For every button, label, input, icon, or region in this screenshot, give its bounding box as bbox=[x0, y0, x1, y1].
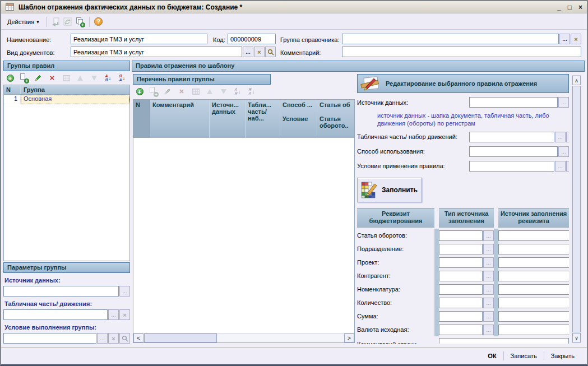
fill-source-input[interactable] bbox=[498, 230, 569, 241]
doc-kind-input[interactable] bbox=[71, 47, 242, 57]
fill-source-input[interactable] bbox=[498, 244, 569, 254]
add-icon[interactable]: + bbox=[4, 72, 16, 84]
group-condition-input[interactable] bbox=[3, 333, 96, 344]
edit-icon[interactable] bbox=[162, 86, 173, 97]
source-type-input[interactable] bbox=[439, 230, 483, 241]
move-down-icon[interactable] bbox=[218, 86, 229, 97]
source-type-input[interactable] bbox=[439, 257, 483, 268]
delete-icon[interactable]: × bbox=[176, 86, 187, 97]
fill-palette-icon bbox=[360, 180, 379, 200]
source-type-input[interactable] bbox=[439, 298, 483, 308]
fill-source-input[interactable] bbox=[498, 271, 569, 281]
rule-condition-input[interactable] bbox=[469, 161, 554, 172]
table-row[interactable]: 1 Основная bbox=[4, 95, 129, 104]
save-button[interactable]: Записать bbox=[504, 350, 544, 362]
clear-button[interactable]: × bbox=[566, 161, 569, 172]
reread-icon[interactable] bbox=[50, 16, 61, 27]
source-type-input[interactable] bbox=[439, 325, 483, 335]
ok-button[interactable]: ОК bbox=[481, 350, 503, 362]
sort-asc-icon[interactable]: АЯ↓ bbox=[103, 72, 114, 84]
select-button[interactable]: ... bbox=[483, 311, 494, 322]
fill-source-input[interactable] bbox=[498, 311, 569, 322]
select-button[interactable]: ... bbox=[483, 271, 494, 281]
source-type-input[interactable] bbox=[439, 311, 483, 322]
vertical-scrollbar: ∧ ∨ bbox=[572, 75, 581, 343]
copy-add-icon[interactable]: + bbox=[18, 72, 30, 84]
scroll-left-button[interactable]: < bbox=[133, 333, 143, 342]
scroll-up-button[interactable]: ∧ bbox=[572, 76, 581, 85]
source-type-input[interactable] bbox=[439, 284, 483, 295]
close-button[interactable]: Закрыть bbox=[544, 350, 581, 362]
minimize-icon[interactable]: _ bbox=[557, 3, 561, 11]
move-up-icon[interactable] bbox=[75, 72, 86, 84]
clear-button[interactable]: × bbox=[254, 47, 265, 57]
actions-menu-button[interactable]: Действия ▾ bbox=[4, 17, 43, 27]
magnifier-button[interactable] bbox=[265, 47, 276, 57]
table-body-empty[interactable] bbox=[133, 138, 354, 333]
scroll-right-button[interactable]: > bbox=[344, 333, 354, 342]
scrollbar-track[interactable] bbox=[217, 333, 344, 342]
sort-asc-icon[interactable]: АЯ↓ bbox=[232, 86, 243, 97]
maximize-icon[interactable]: □ bbox=[568, 3, 572, 11]
select-button[interactable]: ... bbox=[559, 34, 570, 44]
window-title: Шаблон отражения фактических данных по б… bbox=[18, 3, 554, 11]
rule-tabular-input[interactable] bbox=[469, 132, 554, 142]
fill-source-input[interactable] bbox=[498, 284, 569, 295]
fill-source-input[interactable] bbox=[498, 325, 569, 335]
code-input[interactable] bbox=[228, 34, 276, 44]
select-button[interactable]: ... bbox=[483, 325, 494, 335]
select-button[interactable]: ... bbox=[555, 132, 566, 142]
group-data-source-input[interactable] bbox=[3, 286, 119, 296]
magnifier-button[interactable] bbox=[119, 333, 130, 344]
copy-add-icon[interactable]: + bbox=[148, 86, 159, 97]
select-button[interactable]: ... bbox=[558, 146, 569, 157]
group-tabular-part-input[interactable] bbox=[3, 309, 108, 320]
copy-add-icon[interactable]: + bbox=[75, 16, 86, 27]
select-button[interactable]: ... bbox=[243, 47, 253, 57]
select-button[interactable]: ... bbox=[483, 284, 494, 295]
clear-button[interactable]: × bbox=[108, 333, 119, 344]
fill-source-input[interactable] bbox=[498, 257, 569, 268]
delete-icon[interactable]: × bbox=[47, 72, 58, 84]
select-button[interactable]: ... bbox=[97, 333, 108, 344]
clear-button[interactable]: × bbox=[566, 132, 569, 142]
grid-settings-icon[interactable] bbox=[61, 72, 72, 84]
row-comment-textarea[interactable] bbox=[439, 338, 569, 344]
column-header-attribute: Реквизит бюджетирования bbox=[357, 208, 434, 228]
source-type-input[interactable] bbox=[439, 244, 483, 254]
row-comment-label: Комментарий строки шаблона: bbox=[357, 341, 434, 344]
clear-button[interactable]: × bbox=[571, 34, 581, 44]
catalog-group-input[interactable] bbox=[342, 34, 559, 44]
edit-icon[interactable] bbox=[33, 72, 44, 84]
close-icon[interactable]: × bbox=[578, 3, 582, 11]
help-icon[interactable]: ? bbox=[93, 16, 104, 27]
scrollbar-thumb[interactable] bbox=[144, 333, 217, 342]
rule-source-input[interactable] bbox=[469, 97, 558, 108]
clear-button[interactable]: × bbox=[119, 309, 130, 320]
add-icon[interactable]: + bbox=[134, 86, 145, 97]
sort-desc-icon[interactable]: ЯА↓ bbox=[246, 86, 257, 97]
move-down-icon[interactable] bbox=[89, 72, 100, 84]
select-button[interactable]: ... bbox=[483, 298, 494, 308]
plus-badge-icon: + bbox=[80, 22, 85, 27]
scroll-down-button[interactable]: ∨ bbox=[572, 333, 581, 342]
select-button[interactable]: ... bbox=[555, 161, 566, 172]
usage-method-input[interactable] bbox=[469, 146, 558, 157]
scrollbar-thumb[interactable] bbox=[572, 86, 581, 332]
group-condition-label: Условие выполнения группы: bbox=[4, 324, 129, 331]
select-button[interactable]: ... bbox=[558, 97, 569, 108]
sort-desc-icon[interactable]: ЯА↓ bbox=[117, 72, 128, 84]
select-button[interactable]: ... bbox=[108, 309, 119, 320]
name-input[interactable] bbox=[71, 34, 207, 44]
fill-source-input[interactable] bbox=[498, 298, 569, 308]
grid-settings-icon[interactable] bbox=[190, 86, 201, 97]
select-button[interactable]: ... bbox=[483, 244, 494, 254]
select-button[interactable]: ... bbox=[483, 257, 494, 268]
select-button[interactable]: ... bbox=[483, 230, 494, 241]
refresh-icon[interactable] bbox=[62, 16, 73, 27]
fill-button[interactable]: Заполнить bbox=[357, 178, 422, 202]
select-button[interactable]: ... bbox=[119, 286, 130, 296]
source-type-input[interactable] bbox=[439, 271, 483, 281]
move-up-icon[interactable] bbox=[204, 86, 215, 97]
comment-input[interactable] bbox=[342, 47, 581, 57]
